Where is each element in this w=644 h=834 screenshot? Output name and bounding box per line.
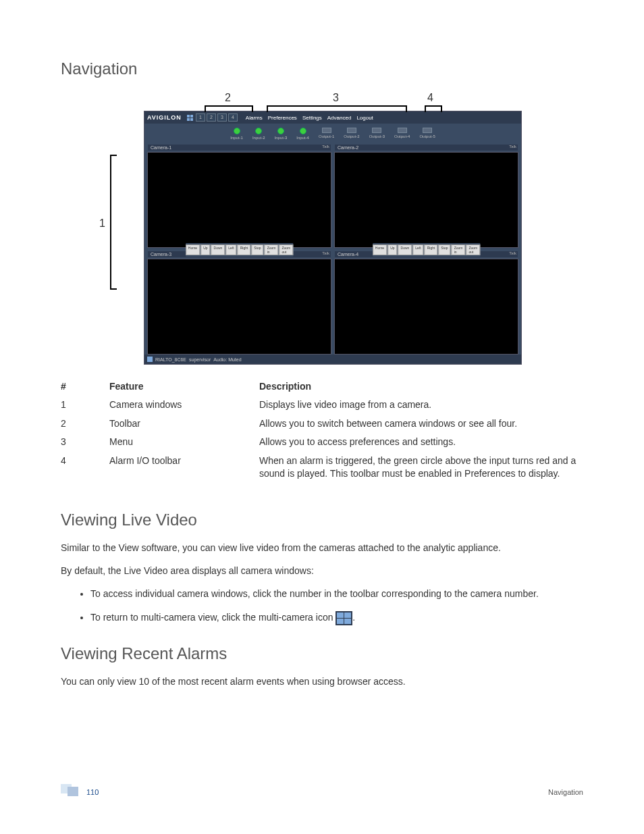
callout-2: 2	[225, 92, 231, 104]
toolbar-cam-3[interactable]: 3	[217, 113, 227, 122]
th-feature: Feature	[109, 377, 259, 396]
ptz-right[interactable]: Right	[238, 244, 251, 255]
input-2[interactable]: Input-2	[252, 128, 265, 140]
menu-alarms[interactable]: Alarms	[246, 115, 263, 121]
ptz-controls-1: Home Up Down Left Right Stop Zoom in Zoo…	[186, 243, 293, 257]
menu-settings[interactable]: Settings	[302, 115, 322, 121]
ptz-stop[interactable]: Stop	[251, 244, 263, 255]
ptz-up[interactable]: Up	[200, 244, 210, 255]
multi-camera-icon[interactable]	[187, 115, 193, 121]
footer-section: Navigation	[548, 788, 583, 796]
status-device: RIALTO_8C6E	[155, 357, 186, 362]
alarm-io-toolbar: Input-1 Input-2 Input-3 Input-4 Output-1…	[144, 124, 521, 141]
ptz-home[interactable]: Home	[186, 244, 200, 255]
app-logo: AVIGILON	[147, 114, 184, 121]
th-description: Description	[259, 377, 583, 396]
bracket-4	[425, 105, 442, 111]
feature-table: # Feature Description 1 Camera windows D…	[61, 377, 583, 484]
output-3[interactable]: Output-3	[369, 128, 385, 140]
bracket-1	[110, 155, 115, 290]
callout-1: 1	[99, 217, 105, 230]
paragraph: You can only view 10 of the most recent …	[61, 675, 583, 689]
camera-grid: Camera-1 Talk Home Up Down Left Right St…	[144, 141, 521, 355]
menu-preferences[interactable]: Preferences	[268, 115, 297, 121]
paragraph: Similar to the View software, you can vi…	[61, 542, 583, 555]
bullet-list: To access individual camera windows, cli…	[90, 587, 583, 625]
output-1[interactable]: Output-1	[319, 128, 334, 140]
paragraph: By default, the Live Video area displays…	[61, 565, 583, 578]
figure-container: 1 2 3 4 AVIGILON 1 2 3 4 Alarms Preferen…	[61, 90, 583, 365]
page-footer: 110 Navigation	[61, 784, 583, 796]
output-4[interactable]: Output-4	[394, 128, 410, 140]
toolbar-cam-2[interactable]: 2	[207, 113, 216, 122]
camera-window-2[interactable]: Camera-2 Talk Home Up Down Left Right St…	[334, 152, 518, 248]
table-row: 3 Menu Allows you to access preferences …	[61, 433, 583, 452]
menu-logout[interactable]: Logout	[356, 115, 373, 121]
page-number: 110	[86, 788, 99, 796]
heading-viewing-alarms: Viewing Recent Alarms	[61, 644, 583, 663]
input-3[interactable]: Input-3	[275, 128, 288, 140]
bracket-2	[205, 105, 253, 111]
ptz-down[interactable]: Down	[211, 244, 225, 255]
app-header: AVIGILON 1 2 3 4 Alarms Preferences Sett…	[144, 111, 521, 124]
status-role: supervisor	[189, 357, 211, 362]
status-icon	[147, 357, 153, 362]
ptz-zoom-out[interactable]: Zoom out	[279, 244, 293, 255]
app-screenshot: AVIGILON 1 2 3 4 Alarms Preferences Sett…	[144, 111, 522, 365]
status-bar: RIALTO_8C6E supervisor Audio: Muted	[144, 355, 521, 364]
multi-camera-icon	[336, 611, 352, 625]
output-5[interactable]: Output-5	[419, 128, 435, 140]
table-row: 4 Alarm I/O toolbar When an alarm is tri…	[61, 452, 583, 484]
input-1[interactable]: Input-1	[230, 128, 243, 140]
camera-window-4[interactable]: Camera-4 Talk	[334, 259, 518, 355]
list-item: To access individual camera windows, cli…	[90, 587, 583, 601]
heading-navigation: Navigation	[61, 59, 583, 78]
toolbar-cam-4[interactable]: 4	[228, 113, 238, 122]
menu-bar: Alarms Preferences Settings Advanced Log…	[246, 115, 373, 121]
table-row: 1 Camera windows Displays live video ima…	[61, 396, 583, 415]
camera-window-1[interactable]: Camera-1 Talk Home Up Down Left Right St…	[147, 152, 331, 248]
output-2[interactable]: Output-2	[344, 128, 359, 140]
status-audio: Audio: Muted	[213, 357, 241, 362]
ptz-controls-2: Home Up Down Left Right Stop Zoom in Zoo…	[373, 243, 480, 257]
list-item: To return to multi-camera view, click th…	[90, 610, 583, 625]
th-number: #	[61, 377, 109, 396]
ptz-zoom-in[interactable]: Zoom in	[265, 244, 279, 255]
menu-advanced[interactable]: Advanced	[327, 115, 352, 121]
table-row: 2 Toolbar Allows you to switch between c…	[61, 415, 583, 434]
callout-4: 4	[427, 92, 433, 104]
footer-decoration-icon	[61, 784, 78, 796]
toolbar-cam-1[interactable]: 1	[196, 113, 205, 122]
ptz-left[interactable]: Left	[225, 244, 236, 255]
input-4[interactable]: Input-4	[296, 128, 309, 140]
heading-viewing-live: Viewing Live Video	[61, 511, 583, 529]
callout-3: 3	[333, 92, 339, 104]
camera-window-3[interactable]: Camera-3 Talk	[147, 259, 331, 355]
bracket-3	[267, 105, 407, 111]
